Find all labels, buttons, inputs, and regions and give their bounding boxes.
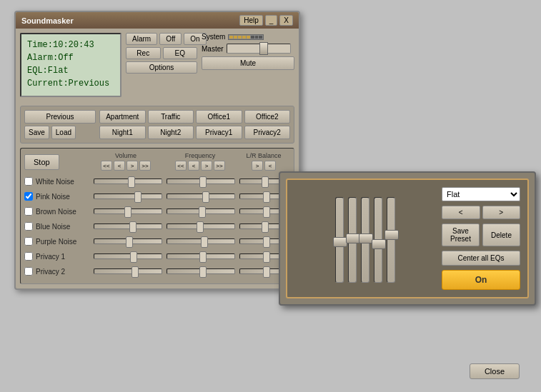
freq-fwd-fwd-btn[interactable]: >> bbox=[214, 161, 225, 171]
minimize-button[interactable]: _ bbox=[265, 15, 278, 26]
pink-noise-vol-thumb[interactable] bbox=[134, 191, 142, 203]
privacy1-lr-thumb[interactable] bbox=[263, 251, 270, 263]
preset-privacy1[interactable]: Privacy1 bbox=[196, 126, 242, 139]
stop-button[interactable]: Stop bbox=[24, 154, 59, 170]
seg6 bbox=[251, 36, 254, 39]
lr-fwd-btn[interactable]: < bbox=[264, 161, 276, 171]
privacy2-lr-thumb[interactable] bbox=[263, 266, 270, 278]
privacy2-label: Privacy 2 bbox=[36, 268, 91, 276]
options-row: Options bbox=[126, 61, 197, 74]
freq-back-back-btn[interactable]: << bbox=[175, 161, 187, 171]
purple-noise-checkbox[interactable] bbox=[24, 237, 33, 246]
privacy2-vol-thumb[interactable] bbox=[131, 266, 139, 278]
blue-noise-checkbox[interactable] bbox=[24, 222, 33, 231]
center-all-eqs-button[interactable]: Center all EQs bbox=[442, 251, 520, 266]
vol-fwd-fwd-btn[interactable]: >> bbox=[139, 161, 151, 171]
preset-office2[interactable]: Office2 bbox=[244, 110, 291, 124]
preset-night1[interactable]: Night1 bbox=[99, 126, 146, 139]
load-button[interactable]: Load bbox=[51, 126, 76, 139]
privacy2-freq-thumb[interactable] bbox=[199, 266, 207, 278]
pink-noise-freq-thumb[interactable] bbox=[202, 191, 209, 203]
preset-night2[interactable]: Night2 bbox=[148, 126, 194, 139]
preset-apartment[interactable]: Apartment bbox=[99, 110, 146, 124]
pink-noise-freq-track bbox=[167, 194, 235, 199]
save-preset-button[interactable]: Save Preset bbox=[442, 223, 480, 246]
system-column: System bbox=[202, 33, 294, 101]
privacy2-checkbox[interactable] bbox=[24, 267, 33, 276]
main-window: Soundmasker Help _ X Time:10:20:43 Alarm… bbox=[14, 11, 300, 290]
lr-back-btn[interactable]: > bbox=[252, 161, 263, 171]
pink-noise-checkbox[interactable] bbox=[24, 192, 33, 201]
eq-slider-4 bbox=[374, 197, 382, 283]
off-button[interactable]: Off bbox=[159, 33, 182, 45]
eq-preset-select[interactable]: Flat Bass Boost Treble Boost Custom bbox=[442, 187, 520, 201]
eq-inner: Flat Bass Boost Treble Boost Custom < > … bbox=[286, 179, 529, 298]
seg7 bbox=[255, 36, 259, 39]
channels-list: White Noise Pink Noise bbox=[24, 175, 290, 278]
channel-row-privacy2: Privacy 2 bbox=[24, 265, 290, 278]
save-load-row: Save Load bbox=[24, 126, 96, 139]
eq-controls-column: Flat Bass Boost Treble Boost Custom < > … bbox=[442, 187, 520, 290]
vol-back-btn[interactable]: < bbox=[114, 161, 125, 171]
preset-privacy2[interactable]: Privacy2 bbox=[244, 126, 291, 139]
previous-button[interactable]: Previous bbox=[24, 110, 96, 124]
save-button[interactable]: Save bbox=[24, 126, 49, 139]
status-display: Time:10:20:43 Alarm:Off EQL:Flat Current… bbox=[20, 33, 121, 97]
display-line-2: Alarm:Off bbox=[27, 51, 114, 64]
lr-nav-btns: > < bbox=[239, 161, 289, 171]
mute-button[interactable]: Mute bbox=[202, 56, 294, 70]
eq-vert-track-3 bbox=[361, 197, 369, 283]
purple-noise-vol-thumb[interactable] bbox=[126, 236, 133, 248]
eq-vert-thumb-3[interactable] bbox=[359, 233, 373, 243]
vol-fwd-btn[interactable]: > bbox=[126, 161, 138, 171]
eq-vert-thumb-2[interactable] bbox=[346, 233, 360, 243]
privacy1-freq-thumb[interactable] bbox=[199, 251, 207, 263]
purple-noise-label: Purple Noise bbox=[36, 238, 91, 246]
preset-office1[interactable]: Office1 bbox=[196, 110, 242, 124]
master-slider[interactable] bbox=[227, 44, 291, 54]
brown-noise-checkbox[interactable] bbox=[24, 207, 33, 216]
rec-button[interactable]: Rec bbox=[126, 47, 161, 59]
eq-vert-thumb-1[interactable] bbox=[333, 237, 347, 247]
frequency-nav-btns: << < > >> bbox=[164, 161, 236, 171]
brown-noise-vol-thumb[interactable] bbox=[124, 206, 131, 218]
brown-noise-lr-thumb[interactable] bbox=[263, 206, 270, 218]
white-noise-checkbox[interactable] bbox=[24, 177, 33, 186]
white-noise-lr-thumb[interactable] bbox=[262, 176, 269, 188]
eq-vert-thumb-4[interactable] bbox=[372, 239, 386, 249]
vol-back-back-btn[interactable]: << bbox=[101, 161, 112, 171]
eq-on-button[interactable]: On bbox=[442, 270, 520, 290]
window-title: Soundmasker bbox=[21, 16, 74, 25]
freq-back-btn[interactable]: < bbox=[188, 161, 199, 171]
privacy1-checkbox[interactable] bbox=[24, 252, 33, 261]
white-noise-freq-thumb[interactable] bbox=[199, 176, 207, 188]
blue-noise-vol-thumb[interactable] bbox=[129, 221, 137, 233]
close-area: Close bbox=[470, 363, 520, 379]
purple-noise-freq-thumb[interactable] bbox=[201, 236, 208, 248]
eq-next-btn[interactable]: > bbox=[482, 206, 521, 219]
prev-save-column: Previous Save Load bbox=[24, 110, 96, 139]
seg3 bbox=[238, 36, 242, 39]
blue-noise-lr-thumb[interactable] bbox=[262, 221, 269, 233]
blue-noise-freq-thumb[interactable] bbox=[197, 221, 204, 233]
eq-vert-thumb-5[interactable] bbox=[384, 230, 399, 240]
close-button[interactable]: Close bbox=[470, 363, 520, 379]
pink-noise-lr-thumb[interactable] bbox=[263, 191, 270, 203]
freq-fwd-btn[interactable]: > bbox=[201, 161, 212, 171]
eq-button[interactable]: EQ bbox=[163, 47, 198, 59]
delete-button[interactable]: Delete bbox=[482, 223, 520, 246]
options-button[interactable]: Options bbox=[126, 61, 197, 74]
purple-noise-lr-thumb[interactable] bbox=[263, 236, 270, 248]
white-noise-vol-thumb[interactable] bbox=[128, 176, 135, 188]
eq-window: Flat Bass Boost Treble Boost Custom < > … bbox=[279, 171, 536, 306]
master-label: Master bbox=[202, 45, 224, 53]
preset-traffic[interactable]: Traffic bbox=[148, 110, 194, 124]
eq-slider-3 bbox=[361, 197, 369, 283]
help-button[interactable]: Help bbox=[239, 15, 263, 26]
window-close-button[interactable]: X bbox=[279, 15, 293, 26]
white-noise-label: White Noise bbox=[36, 178, 91, 186]
brown-noise-freq-thumb[interactable] bbox=[199, 206, 206, 218]
privacy1-vol-thumb[interactable] bbox=[130, 251, 137, 263]
alarm-button[interactable]: Alarm bbox=[126, 33, 157, 45]
eq-prev-btn[interactable]: < bbox=[442, 206, 480, 219]
